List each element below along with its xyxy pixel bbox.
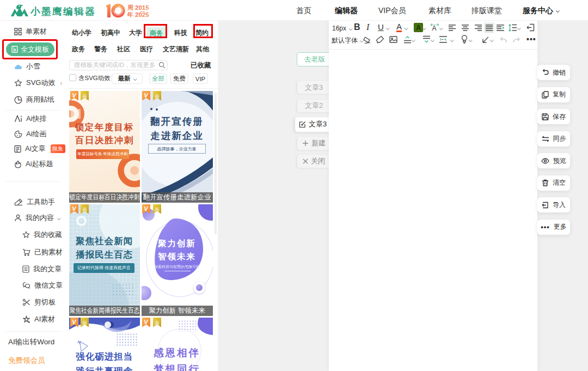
svg-text:商: 商 [155,94,160,99]
svg-text:商: 商 [155,320,160,326]
svg-text:A: A [432,25,437,32]
svg-text:商: 商 [82,94,87,99]
svg-text:商: 商 [82,320,87,326]
svg-text:周: 周 [127,4,133,11]
svg-text:2015: 2015 [135,4,149,11]
svg-text:2025: 2025 [135,11,149,18]
svg-text:商: 商 [155,207,160,212]
svg-text:年: 年 [127,11,133,18]
svg-text:商: 商 [82,207,87,212]
